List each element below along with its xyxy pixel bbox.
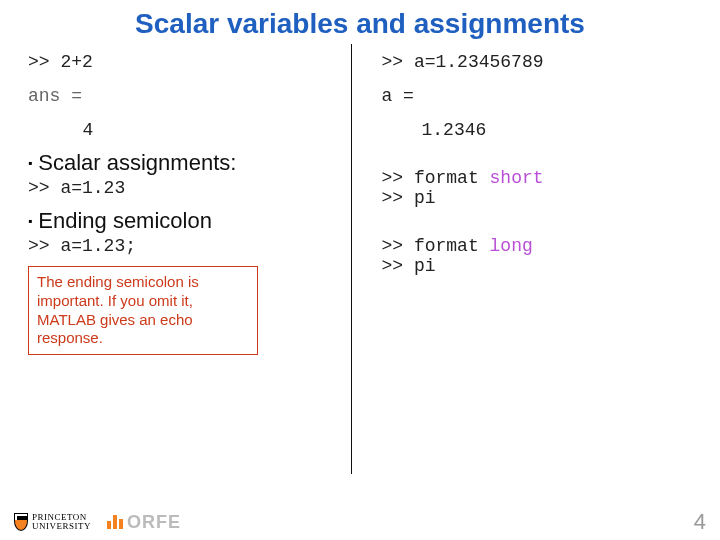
code: pi — [414, 256, 436, 276]
bullet-scalar-assignments: Scalar assignments: — [28, 150, 339, 176]
code-block-2plus2: >> 2+2 ans = 4 — [28, 52, 339, 140]
format-long-line: >> format long — [382, 236, 693, 256]
code-block-format-long: >> format long >> pi — [382, 236, 693, 276]
princeton-logo: PRINCETON UNIVERSITY — [14, 513, 91, 531]
code-block-assign-semicolon: >> a=1.23; — [28, 236, 339, 256]
page-number: 4 — [694, 509, 706, 535]
prompt: >> — [382, 256, 414, 276]
slide-title: Scalar variables and assignments — [0, 0, 720, 44]
keyword-long: long — [490, 236, 533, 256]
left-column: >> 2+2 ans = 4 Scalar assignments: >> a=… — [18, 44, 349, 474]
semicolon-callout: The ending semicolon is important. If yo… — [28, 266, 258, 355]
right-column: >> a=1.23456789 a = 1.2346 >> format sho… — [354, 44, 703, 474]
ans-value: 4 — [28, 120, 148, 140]
prompt: >> — [28, 178, 60, 198]
column-divider — [351, 44, 352, 474]
code: 2+2 — [60, 52, 92, 72]
orfe-bars-icon — [107, 515, 123, 529]
format-short-line: >> format short — [382, 168, 693, 188]
code-block-assign-a: >> a=1.23 — [28, 178, 339, 198]
prompt: >> — [28, 52, 60, 72]
content-columns: >> 2+2 ans = 4 Scalar assignments: >> a=… — [0, 44, 720, 474]
orfe-logo: ORFE — [107, 512, 181, 533]
prompt-line: >> 2+2 — [28, 52, 339, 72]
prefix: >> format — [382, 168, 490, 188]
prompt-line: >> a=1.23456789 — [382, 52, 693, 72]
bullet-ending-semicolon: Ending semicolon — [28, 208, 339, 234]
echo-label: a = — [382, 86, 693, 106]
prompt: >> — [382, 52, 414, 72]
prompt-line: >> a=1.23 — [28, 178, 339, 198]
princeton-wordmark-bot: UNIVERSITY — [32, 522, 91, 531]
prompt-line: >> a=1.23; — [28, 236, 339, 256]
prompt: >> — [28, 236, 60, 256]
orfe-wordmark: ORFE — [127, 512, 181, 533]
code: a=1.23 — [60, 178, 125, 198]
code: a=1.23; — [60, 236, 136, 256]
keyword-short: short — [490, 168, 544, 188]
princeton-shield-icon — [14, 513, 28, 531]
ans-label: ans = — [28, 86, 339, 106]
code: pi — [414, 188, 436, 208]
pi-line: >> pi — [382, 188, 693, 208]
footer: PRINCETON UNIVERSITY ORFE 4 — [0, 504, 720, 540]
prefix: >> format — [382, 236, 490, 256]
echo-value: 1.2346 — [382, 120, 693, 140]
code-block-format-short: >> format short >> pi — [382, 168, 693, 208]
prompt: >> — [382, 188, 414, 208]
code: a=1.23456789 — [414, 52, 544, 72]
pi-line: >> pi — [382, 256, 693, 276]
code-block-long-assign: >> a=1.23456789 a = 1.2346 — [382, 52, 693, 140]
